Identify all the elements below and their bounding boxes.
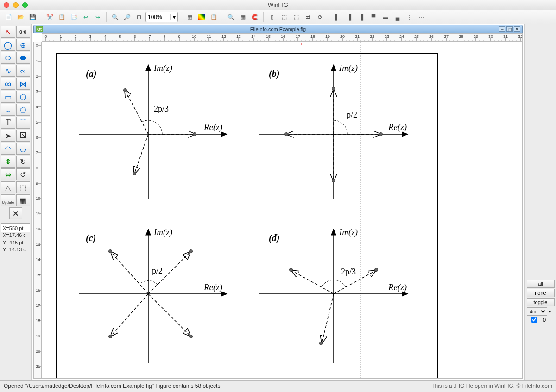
toggle-button[interactable]: toggle xyxy=(527,298,555,306)
zoom-dropdown-icon[interactable]: ▾ xyxy=(170,14,177,20)
update-tool[interactable]: ↕Update xyxy=(1,194,15,206)
align-middle-button[interactable]: ▬ xyxy=(380,12,391,22)
save-file-button[interactable]: 💾 xyxy=(27,12,38,22)
handle[interactable] xyxy=(289,268,293,272)
svg-line-226 xyxy=(111,252,148,294)
library-tool[interactable]: ▦ xyxy=(16,194,31,206)
align-center-button[interactable]: ▐ xyxy=(344,12,355,22)
zoom-fit-button[interactable]: ⊡ xyxy=(133,12,145,22)
handle[interactable] xyxy=(133,172,136,175)
delete-tool[interactable]: ✕ xyxy=(9,207,22,219)
text-tool[interactable]: T xyxy=(1,117,15,129)
close-icon[interactable] xyxy=(4,2,9,8)
handle[interactable] xyxy=(332,87,335,91)
zoom-in-button[interactable]: 🔍 xyxy=(109,12,120,22)
handle[interactable] xyxy=(189,335,193,338)
grid-button[interactable]: ▦ xyxy=(184,12,195,22)
all-button[interactable]: all xyxy=(527,280,555,288)
polygon-tool[interactable]: ⬡ xyxy=(16,91,31,103)
distribute-h-button[interactable]: ⋮ xyxy=(404,12,415,22)
new-file-button[interactable]: 📄 xyxy=(3,12,14,22)
doc-max-icon[interactable]: ◻ xyxy=(506,26,513,32)
grid-snap-button[interactable]: ▦ xyxy=(237,12,248,22)
align-right-button[interactable]: ▐ xyxy=(356,12,367,22)
ellipse-tool[interactable]: ◯ xyxy=(1,39,15,51)
handle[interactable] xyxy=(379,132,383,136)
polyline-tool[interactable]: ⌄ xyxy=(1,104,15,116)
svg-text:22: 22 xyxy=(370,34,374,39)
none-button[interactable]: none xyxy=(527,289,555,297)
align-left-button[interactable]: ▌ xyxy=(332,12,343,22)
minimize-icon[interactable] xyxy=(13,2,19,8)
dim-select[interactable]: dim xyxy=(527,307,547,316)
redo-button[interactable]: ↪ xyxy=(92,12,103,22)
depth-checkbox[interactable] xyxy=(527,317,542,323)
zoom-combo[interactable]: ▾ xyxy=(145,12,178,22)
undo-button[interactable]: ↩ xyxy=(80,12,91,22)
magnet-button[interactable]: 🧲 xyxy=(249,12,260,22)
doc-close-icon[interactable]: ✕ xyxy=(514,26,520,32)
handle[interactable] xyxy=(108,335,112,338)
open-arc-tool[interactable]: ◠ xyxy=(1,143,15,155)
rotate-ccw-tool[interactable]: ↺ xyxy=(16,168,31,180)
spline-closed-tool[interactable]: ∾ xyxy=(16,65,31,77)
arrow-tool[interactable]: ➤ xyxy=(1,130,15,142)
group-button[interactable]: ⬚ xyxy=(278,12,290,22)
open-file-button[interactable]: 📂 xyxy=(15,12,26,22)
rectangle-tool[interactable]: ▭ xyxy=(1,91,15,103)
polygon-closed-tool[interactable]: ⬠ xyxy=(16,104,31,116)
svg-text:14: 14 xyxy=(251,34,256,39)
ellipse-center-tool[interactable]: ⊕ xyxy=(16,39,31,51)
layers-button[interactable]: ▯ xyxy=(266,12,278,22)
arc-tool[interactable]: ⌒ xyxy=(16,117,31,129)
handle[interactable] xyxy=(189,249,193,253)
paste-button[interactable]: 📑 xyxy=(68,12,79,22)
flip-v-tool[interactable]: ⇕ xyxy=(1,156,15,168)
diagram-d-im-label: Im(z) xyxy=(339,227,358,237)
clipboard-button[interactable]: 📋 xyxy=(208,12,219,22)
pie-arc-tool[interactable]: ◡ xyxy=(16,143,31,155)
colors-button[interactable] xyxy=(196,12,207,22)
diagram-d-re-label: Re(z) xyxy=(388,282,407,292)
zoom-input[interactable] xyxy=(146,13,170,21)
cut-button[interactable]: ✂️ xyxy=(44,12,55,22)
handle[interactable] xyxy=(374,268,378,272)
svg-text:18: 18 xyxy=(310,34,315,39)
handle[interactable] xyxy=(108,249,112,253)
copy-button[interactable]: 📋 xyxy=(56,12,67,22)
ungroup-button[interactable]: ⬚ xyxy=(291,12,302,22)
select-area-tool[interactable]: ⬚ xyxy=(16,181,31,193)
svg-text:12: 12 xyxy=(36,227,40,231)
align-top-button[interactable]: ▀ xyxy=(368,12,379,22)
diagram-a-im-label: Im(z) xyxy=(154,63,172,73)
align-bottom-button[interactable]: ▄ xyxy=(392,12,403,22)
rotate-cw-tool[interactable]: ↻ xyxy=(16,156,31,168)
approx-spline-tool[interactable]: ⋈ xyxy=(16,78,31,90)
maximize-icon[interactable] xyxy=(22,2,28,8)
edit-point-tool[interactable]: △ xyxy=(1,181,15,193)
toolbox: ↖ 0·0 ◯ ⊕ ⬭ ⬬ ∿ ∾ ∞ ⋈ ▭ ⬡ ⌄ ⬠ T ⌒ ➤ 🖼 ◠ … xyxy=(0,24,32,380)
diagram-d-angle: 2p/3 xyxy=(341,267,356,277)
distribute-v-button[interactable]: ⋯ xyxy=(416,12,427,22)
rotate-button[interactable]: ⟳ xyxy=(315,12,326,22)
handle[interactable] xyxy=(332,179,335,182)
handle[interactable] xyxy=(284,132,288,136)
document-area: Qt FileInfo.com Example.fig – ◻ ✕ 012345… xyxy=(32,24,524,380)
handle[interactable] xyxy=(319,342,323,345)
search-button[interactable]: 🔍 xyxy=(225,12,236,22)
circle-center-tool[interactable]: ⬬ xyxy=(16,52,31,64)
flip-h-tool[interactable]: ⇔ xyxy=(1,168,15,180)
pointer-tool[interactable]: ↖ xyxy=(1,26,15,38)
handle[interactable] xyxy=(123,88,127,92)
interp-spline-tool[interactable]: ∞ xyxy=(1,78,15,90)
svg-text:8: 8 xyxy=(163,34,165,39)
canvas[interactable]: (a) Im(z) Re(z) xyxy=(42,42,523,379)
doc-min-icon[interactable]: – xyxy=(499,26,505,32)
zoom-text-tool[interactable]: 0·0 xyxy=(16,26,31,38)
flip-button[interactable]: ⇄ xyxy=(303,12,314,22)
handle[interactable] xyxy=(193,132,196,136)
image-tool[interactable]: 🖼 xyxy=(16,130,31,142)
circle-tool[interactable]: ⬭ xyxy=(1,52,15,64)
spline-open-tool[interactable]: ∿ xyxy=(1,65,15,77)
zoom-out-button[interactable]: 🔎 xyxy=(121,12,133,22)
